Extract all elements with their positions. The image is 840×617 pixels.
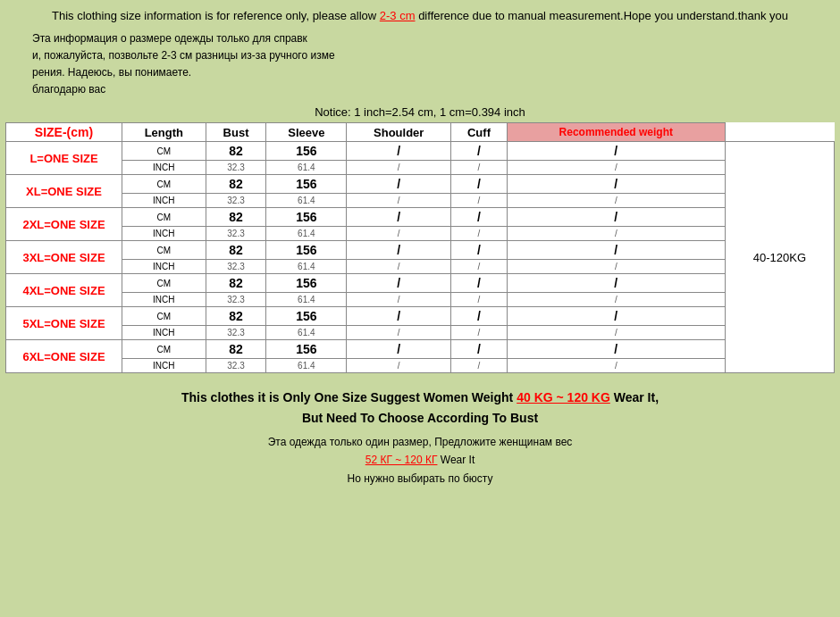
val-cm-shoulder: / — [451, 274, 508, 293]
val-inch-shoulder: / — [451, 227, 508, 241]
val-inch-length: 32.3 — [206, 326, 266, 340]
intro-ru: Эта информация о размере одежды только д… — [5, 30, 835, 99]
val-cm-cuff: / — [507, 142, 725, 161]
val-inch-bust: 61.4 — [266, 194, 347, 208]
footer-link: 40 KG ~ 120 KG — [517, 390, 610, 404]
unit-inch: INCH — [122, 326, 206, 340]
val-cm-bust: 156 — [266, 274, 347, 293]
unit-inch: INCH — [122, 194, 206, 208]
val-cm-cuff: / — [507, 340, 725, 359]
val-inch-bust: 61.4 — [266, 326, 347, 340]
footer-ru-line3: Но нужно выбирать по бюсту — [348, 472, 493, 485]
val-cm-length: 82 — [206, 241, 266, 260]
table-row-inch: INCH32.361.4/// — [6, 293, 835, 307]
val-cm-shoulder: / — [451, 307, 508, 326]
size-label: 2XL=ONE SIZE — [6, 208, 122, 241]
val-inch-shoulder: / — [451, 161, 508, 175]
unit-inch: INCH — [122, 227, 206, 241]
val-inch-length: 32.3 — [206, 359, 266, 373]
footer-en-before: This clothes it is Only One Size Suggest… — [181, 390, 517, 404]
val-inch-bust: 61.4 — [266, 293, 347, 307]
th-length: Length — [122, 123, 206, 142]
val-cm-bust: 156 — [266, 175, 347, 194]
val-cm-cuff: / — [507, 307, 725, 326]
val-inch-sleeve: / — [347, 326, 451, 340]
unit-inch: INCH — [122, 161, 206, 175]
val-inch-sleeve: / — [347, 359, 451, 373]
size-label: 6XL=ONE SIZE — [6, 340, 122, 373]
unit-inch: INCH — [122, 359, 206, 373]
intro-en-before: This clothing size information is for re… — [52, 9, 380, 22]
val-inch-sleeve: / — [347, 260, 451, 274]
val-inch-length: 32.3 — [206, 260, 266, 274]
notice-text: Notice: 1 inch=2.54 cm, 1 cm=0.394 inch — [5, 105, 835, 119]
unit-cm: CM — [122, 307, 206, 326]
table-row-inch: INCH32.361.4/// — [6, 161, 835, 175]
unit-cm: CM — [122, 208, 206, 227]
table-row-inch: INCH32.361.4/// — [6, 359, 835, 373]
val-cm-shoulder: / — [451, 340, 508, 359]
val-cm-shoulder: / — [451, 142, 508, 161]
val-inch-cuff: / — [507, 161, 725, 175]
unit-cm: CM — [122, 241, 206, 260]
rec-weight-value: 40-120KG — [725, 142, 834, 373]
val-cm-cuff: / — [507, 175, 725, 194]
footer-ru-link: 52 КГ ~ 120 КГ — [365, 454, 438, 466]
val-cm-cuff: / — [507, 208, 725, 227]
val-cm-length: 82 — [206, 142, 266, 161]
val-inch-length: 32.3 — [206, 194, 266, 208]
val-inch-shoulder: / — [451, 326, 508, 340]
val-inch-sleeve: / — [347, 293, 451, 307]
unit-cm: CM — [122, 175, 206, 194]
val-cm-sleeve: / — [347, 208, 451, 227]
footer-en: This clothes it is Only One Size Suggest… — [23, 388, 817, 428]
unit-inch: INCH — [122, 260, 206, 274]
intro-en: This clothing size information is for re… — [5, 7, 835, 25]
val-cm-sleeve: / — [347, 340, 451, 359]
val-inch-length: 32.3 — [206, 161, 266, 175]
size-label: L=ONE SIZE — [6, 142, 122, 175]
table-row: 4XL=ONE SIZECM82156/// — [6, 274, 835, 293]
val-cm-sleeve: / — [347, 241, 451, 260]
val-cm-shoulder: / — [451, 175, 508, 194]
val-cm-shoulder: / — [451, 241, 508, 260]
val-cm-cuff: / — [507, 274, 725, 293]
table-row: 6XL=ONE SIZECM82156/// — [6, 340, 835, 359]
footer-en-after: Wear It, — [610, 390, 659, 404]
val-cm-bust: 156 — [266, 208, 347, 227]
footer-ru-line1: Эта одежда только один размер, Предложит… — [268, 436, 573, 448]
val-cm-sleeve: / — [347, 142, 451, 161]
val-inch-sleeve: / — [347, 227, 451, 241]
val-cm-length: 82 — [206, 274, 266, 293]
val-cm-sleeve: / — [347, 274, 451, 293]
unit-cm: CM — [122, 142, 206, 161]
intro-en-after: difference due to manual measurement.Hop… — [416, 9, 788, 22]
th-bust: Bust — [206, 123, 266, 142]
val-inch-bust: 61.4 — [266, 227, 347, 241]
val-cm-sleeve: / — [347, 175, 451, 194]
table-row-inch: INCH32.361.4/// — [6, 260, 835, 274]
val-cm-length: 82 — [206, 340, 266, 359]
val-inch-shoulder: / — [451, 194, 508, 208]
table-row: XL=ONE SIZECM82156/// — [6, 175, 835, 194]
val-cm-bust: 156 — [266, 307, 347, 326]
val-inch-length: 32.3 — [206, 293, 266, 307]
val-inch-length: 32.3 — [206, 227, 266, 241]
table-row: 5XL=ONE SIZECM82156/// — [6, 307, 835, 326]
val-inch-bust: 61.4 — [266, 161, 347, 175]
val-inch-shoulder: / — [451, 359, 508, 373]
table-row-inch: INCH32.361.4/// — [6, 194, 835, 208]
val-cm-shoulder: / — [451, 208, 508, 227]
th-sleeve: Sleeve — [266, 123, 347, 142]
footer-ru: Эта одежда только один размер, Предложит… — [23, 433, 817, 488]
size-label: XL=ONE SIZE — [6, 175, 122, 208]
val-cm-sleeve: / — [347, 307, 451, 326]
val-inch-cuff: / — [507, 293, 725, 307]
size-label: 3XL=ONE SIZE — [6, 241, 122, 274]
table-row-inch: INCH32.361.4/// — [6, 326, 835, 340]
intro-link: 2-3 cm — [380, 9, 416, 22]
val-cm-length: 82 — [206, 175, 266, 194]
page-container: This clothing size information is for re… — [0, 0, 840, 500]
val-inch-bust: 61.4 — [266, 359, 347, 373]
unit-cm: CM — [122, 274, 206, 293]
